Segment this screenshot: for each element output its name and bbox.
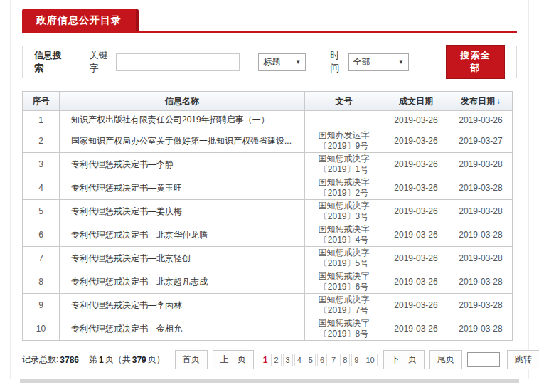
- cell-date-written: 2019-03-26: [383, 111, 449, 129]
- search-section-label: 信息搜索: [34, 49, 68, 75]
- cell-date-written: 2019-03-26: [383, 247, 449, 270]
- cell-doc-number: 国知惩戒决字 〔2019〕4号: [305, 223, 383, 247]
- page-number-2[interactable]: 2: [271, 354, 281, 366]
- cell-index: 4: [23, 176, 60, 200]
- cell-date-written: 2019-03-26: [383, 317, 449, 341]
- cell-info-name[interactable]: 专利代理惩戒决定书—北京轻创: [60, 247, 305, 270]
- table-row: 4 专利代理惩戒决定书—黄玉旺 国知惩戒决字 〔2019〕2号 2019-03-…: [23, 176, 513, 200]
- cell-index: 1: [23, 111, 60, 129]
- table-header-row: 序号 信息名称 文号 成文日期 发布日期↓: [23, 92, 513, 111]
- page-number-9[interactable]: 9: [351, 354, 361, 366]
- records-table: 序号 信息名称 文号 成文日期 发布日期↓ 1 知识产权出版社有限责任公司201…: [22, 91, 513, 341]
- last-page-button[interactable]: 尾页: [429, 350, 462, 369]
- time-selected-value: 全部: [353, 56, 370, 68]
- cell-date-published: 2019-03-26: [449, 111, 513, 129]
- cell-date-published: 2019-03-28: [449, 176, 513, 200]
- page-info: 第: [89, 354, 97, 366]
- chevron-down-icon: ▼: [398, 59, 404, 65]
- tab-government-info-directory[interactable]: 政府信息公开目录: [22, 9, 139, 31]
- sort-desc-icon: ↓: [496, 96, 501, 106]
- first-page-button[interactable]: 首页: [175, 350, 208, 369]
- header-date-written: 成文日期: [383, 92, 449, 111]
- records-total-value: 3786: [60, 355, 79, 365]
- cell-date-published: 2019-03-27: [449, 129, 513, 153]
- page-number-4[interactable]: 4: [294, 354, 304, 366]
- cell-info-name[interactable]: 专利代理惩戒决定书—北京华仲龙腾: [60, 223, 305, 247]
- page-number-current[interactable]: 1: [263, 355, 268, 365]
- cell-info-name[interactable]: 专利代理惩戒决定书—李静: [60, 153, 305, 176]
- cell-date-written: 2019-03-26: [383, 223, 449, 247]
- page-info-total: 379: [132, 355, 146, 365]
- time-select[interactable]: 全部 ▼: [348, 53, 409, 71]
- header-date-published[interactable]: 发布日期↓: [449, 92, 513, 111]
- page-number-5[interactable]: 5: [306, 354, 316, 366]
- keyword-input[interactable]: [116, 53, 240, 71]
- cell-date-published: 2019-03-28: [449, 153, 513, 176]
- cell-date-written: 2019-03-26: [383, 176, 449, 200]
- time-label: 时间: [330, 49, 347, 75]
- prev-page-button[interactable]: 上一页: [213, 350, 254, 369]
- content-panel: 政府信息公开目录 信息搜索 关键字 标题 ▼ 时间 全部 ▼ 搜索全部: [10, 0, 529, 379]
- page-number-10[interactable]: 10: [363, 354, 377, 366]
- cell-doc-number: [305, 111, 383, 129]
- next-page-button[interactable]: 下一页: [383, 350, 425, 369]
- pagination-bar: 记录总数: 3786 第 1 页（共 379 页） 首页 上一页 1 2 3 4…: [22, 350, 517, 369]
- panel-bottom-shadow: [20, 379, 519, 383]
- records-total-label: 记录总数:: [22, 354, 58, 366]
- table-row: 10 专利代理惩戒决定书—金相允 国知惩戒决字 〔2019〕8号 2019-03…: [23, 317, 513, 341]
- table-row: 5 专利代理惩戒决定书—姜庆梅 国知惩戒决字 〔2019〕3号 2019-03-…: [23, 200, 513, 223]
- header-doc-number: 文号: [305, 92, 383, 111]
- cell-doc-number: 国知惩戒决字 〔2019〕6号: [305, 270, 383, 294]
- cell-info-name[interactable]: 专利代理惩戒决定书—黄玉旺: [60, 176, 305, 200]
- cell-doc-number: 国知惩戒决字 〔2019〕5号: [305, 247, 383, 270]
- keyword-label: 关键字: [89, 49, 114, 75]
- cell-info-name[interactable]: 专利代理惩戒决定书—北京超凡志成: [60, 270, 305, 294]
- search-field-selected-value: 标题: [263, 56, 280, 68]
- page-number-7[interactable]: 7: [329, 354, 338, 366]
- cell-index: 6: [23, 223, 60, 247]
- tab-underline: [22, 31, 517, 33]
- cell-index: 9: [23, 294, 60, 317]
- cell-info-name[interactable]: 知识产权出版社有限责任公司2019年招聘启事（一）: [60, 111, 305, 129]
- search-all-button[interactable]: 搜索全部: [446, 45, 505, 79]
- page-number-6[interactable]: 6: [317, 354, 327, 366]
- header-index: 序号: [23, 92, 60, 111]
- table-row: 6 专利代理惩戒决定书—北京华仲龙腾 国知惩戒决字 〔2019〕4号 2019-…: [23, 223, 513, 247]
- jump-page-input[interactable]: [467, 352, 500, 367]
- cell-date-published: 2019-03-28: [449, 317, 513, 341]
- cell-date-published: 2019-03-28: [449, 294, 513, 317]
- table-row: 3 专利代理惩戒决定书—李静 国知惩戒决字 〔2019〕1号 2019-03-2…: [23, 153, 513, 176]
- table-row: 7 专利代理惩戒决定书—北京轻创 国知惩戒决字 〔2019〕5号 2019-03…: [23, 247, 513, 270]
- page-info: 页）: [148, 354, 165, 366]
- tab-bar: 政府信息公开目录: [22, 9, 517, 33]
- cell-date-published: 2019-03-28: [449, 200, 513, 223]
- chevron-down-icon: ▼: [295, 59, 301, 65]
- cell-doc-number: 国知惩戒决字 〔2019〕3号: [305, 200, 383, 223]
- table-row: 1 知识产权出版社有限责任公司2019年招聘启事（一） 2019-03-26 2…: [23, 111, 513, 129]
- cell-date-published: 2019-03-28: [449, 247, 513, 270]
- cell-index: 3: [23, 153, 60, 176]
- page-info: 页（共: [105, 354, 131, 366]
- cell-info-name[interactable]: 国家知识产权局办公室关于做好第一批知识产权强省建设...: [60, 129, 305, 153]
- cell-date-written: 2019-03-26: [383, 129, 449, 153]
- cell-info-name[interactable]: 专利代理惩戒决定书—姜庆梅: [60, 200, 305, 223]
- cell-index: 7: [23, 247, 60, 270]
- cell-date-published: 2019-03-28: [449, 223, 513, 247]
- cell-date-written: 2019-03-26: [383, 270, 449, 294]
- cell-info-name[interactable]: 专利代理惩戒决定书—金相允: [60, 317, 305, 341]
- page-number-3[interactable]: 3: [283, 354, 293, 366]
- jump-button[interactable]: 跳转: [507, 350, 539, 369]
- cell-date-written: 2019-03-26: [383, 200, 449, 223]
- cell-doc-number: 国知惩戒决字 〔2019〕1号: [305, 153, 383, 176]
- table-row: 2 国家知识产权局办公室关于做好第一批知识产权强省建设... 国知办发运字 〔2…: [23, 129, 513, 153]
- cell-doc-number: 国知惩戒决字 〔2019〕2号: [305, 176, 383, 200]
- page-number-8[interactable]: 8: [340, 354, 350, 366]
- cell-doc-number: 国知惩戒决字 〔2019〕7号: [305, 294, 383, 317]
- cell-doc-number: 国知惩戒决字 〔2019〕8号: [305, 317, 383, 341]
- page-info-current: 1: [99, 355, 104, 365]
- cell-info-name[interactable]: 专利代理惩戒决定书—李丙林: [60, 294, 305, 317]
- table-row: 8 专利代理惩戒决定书—北京超凡志成 国知惩戒决字 〔2019〕6号 2019-…: [23, 270, 513, 294]
- search-bar: 信息搜索 关键字 标题 ▼ 时间 全部 ▼ 搜索全部: [22, 46, 517, 78]
- cell-index: 2: [23, 129, 60, 153]
- search-field-select[interactable]: 标题 ▼: [258, 53, 306, 71]
